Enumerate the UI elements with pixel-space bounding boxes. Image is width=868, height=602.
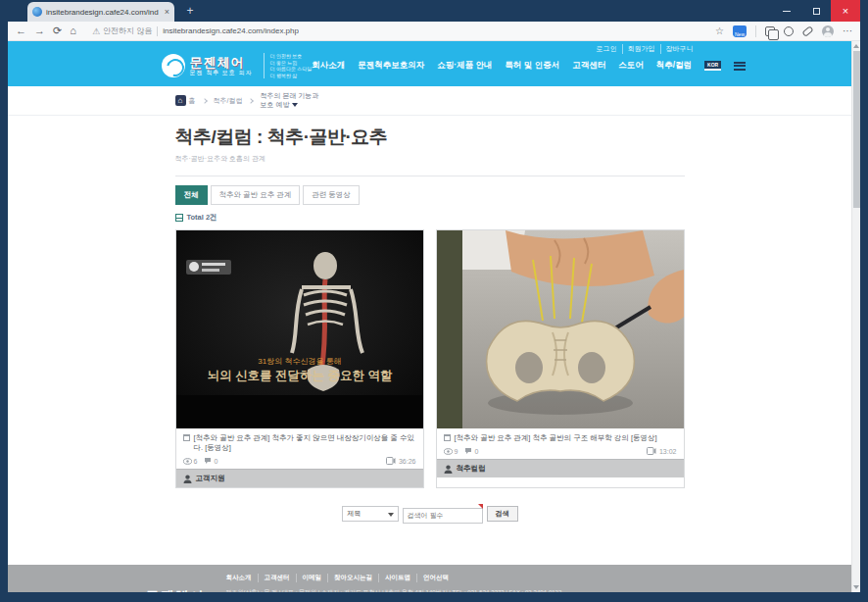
post-icon <box>183 434 190 441</box>
pelvis-bone <box>486 321 634 401</box>
scrollbar-down-arrow[interactable] <box>853 585 859 589</box>
breadcrumb-home[interactable]: ⌂ 홈 <box>175 95 196 106</box>
caret-down-icon <box>292 103 298 107</box>
chevron-right-icon <box>249 98 255 104</box>
footer-link-email[interactable]: 이메일 <box>296 574 328 582</box>
video-icon <box>647 447 656 455</box>
site-footer: 문젠체어 회사소개 고객센터 이메일 찾아오시는길 사이트맵 언어선택 제조원(… <box>8 565 851 592</box>
vertical-scrollbar[interactable] <box>851 41 860 592</box>
board-search: 제목 검색 <box>175 504 685 524</box>
comment-count: 0 <box>464 447 478 455</box>
warning-icon: ⚠ <box>92 26 100 36</box>
total-row: Total 2건 <box>175 213 685 223</box>
author-bar: 척추컬럼 <box>437 459 684 477</box>
tab-relation[interactable]: 척추와 골반 요추 관계 <box>211 185 301 205</box>
nav-chair[interactable]: 문젠척추보호의자 <box>358 60 424 72</box>
toolbar-divider <box>755 25 756 37</box>
nav-column[interactable]: 척추/컬럼 <box>656 60 692 72</box>
footer-link-language[interactable]: 언어선택 <box>416 574 455 582</box>
video-card[interactable]: 31쌍의 척수신경을 통해 뇌의 신호를 전달하는 중요한 역할 [척추와 골반… <box>175 229 424 488</box>
author-bar: 고객지원 <box>176 469 423 487</box>
card-body: [척추와 골반 요추 관계] 척추 골반의 구조 해부학 강의 [동영상] 9 … <box>437 428 684 459</box>
view-count: 6 <box>183 458 198 465</box>
more-menu-icon[interactable]: ··· <box>843 26 852 36</box>
collections-icon[interactable] <box>765 26 775 36</box>
profile-avatar[interactable] <box>822 25 834 37</box>
close-button[interactable]: × <box>831 0 860 22</box>
nav-support[interactable]: 고객센터 <box>572 60 605 72</box>
logo-taglines: 더 안전한 보호 더 좋은 느낌 더 아름다운 스타일 더 행복한 삶 <box>264 53 313 78</box>
maximize-button[interactable] <box>801 0 831 22</box>
security-warning-label: 안전하지 않음 <box>103 25 152 36</box>
scrollbar-up-arrow[interactable] <box>853 44 859 48</box>
nav-store[interactable]: 스토어 <box>618 60 644 72</box>
scrollbar-thumb[interactable] <box>853 51 860 208</box>
nav-company[interactable]: 회사소개 <box>312 60 345 72</box>
page-head: 척추/컬럼 : 척추·골반·요추 척추·골반·요추와 호흡의 관계 <box>175 116 685 176</box>
search-category-select[interactable]: 제목 <box>342 506 399 522</box>
video-card[interactable]: [척추와 골반 요추 관계] 척추 골반의 구조 해부학 강의 [동영상] 9 … <box>436 229 685 488</box>
breadcrumb-current[interactable]: 척추의 본래 기능과 보호 예방 <box>260 92 318 110</box>
address-bar[interactable]: ⚠ 안전하지 않음 insitebrandesign.cafe24.com/in… <box>92 25 707 36</box>
refresh-icon[interactable]: ⟳ <box>53 25 62 36</box>
author-name[interactable]: 척추컬럼 <box>457 464 486 474</box>
video-title[interactable]: [척추와 골반 요추 관계] 척추 골반의 구조 해부학 강의 [동영상] <box>455 433 657 443</box>
favorites-icon[interactable]: ☆ <box>715 26 724 36</box>
forward-icon[interactable]: → <box>34 25 45 36</box>
browser-window: insitebrandesign.cafe24.com/ind × + × ← … <box>8 0 860 592</box>
language-selector[interactable]: KOR <box>704 61 721 71</box>
thumb-caption-large: 뇌의 신호를 전달하는 중요한 역할 <box>207 369 392 382</box>
footer-link-support[interactable]: 고객센터 <box>258 574 296 582</box>
security-warning: ⚠ 안전하지 않음 <box>92 25 152 36</box>
browser-tab[interactable]: insitebrandesign.cafe24.com/ind × <box>27 2 174 22</box>
window-controls: × <box>772 0 860 22</box>
breadcrumb-bar: ⌂ 홈 척추/컬럼 척추의 본래 기능과 보호 예방 <box>8 86 851 116</box>
share-link-icon[interactable] <box>801 25 813 37</box>
video-title[interactable]: [척추와 골반 요추 관계] 척추가 좋지 않으면 내장장기이상을 줄 수있다.… <box>194 433 416 453</box>
logo-emblem-icon <box>162 54 185 77</box>
channel-badge <box>186 260 231 275</box>
site-logo[interactable]: 문젠체어 문젠 척추 보호 의자 더 안전한 보호 더 좋은 느낌 더 아름다운… <box>162 53 313 78</box>
breadcrumb: ⌂ 홈 척추/컬럼 척추의 본래 기능과 보호 예방 <box>175 92 685 110</box>
person-icon <box>183 475 192 483</box>
hamburger-menu-icon[interactable] <box>734 62 746 71</box>
footer-info: 회사소개 고객센터 이메일 찾아오시는길 사이트맵 언어선택 제조원(상호) :… <box>226 574 714 592</box>
browser-titlebar: insitebrandesign.cafe24.com/ind × + × <box>8 0 860 22</box>
nav-shopping[interactable]: 쇼핑·제품 안내 <box>437 60 492 72</box>
divider <box>175 176 685 176</box>
footer-logo: 문젠체어 <box>146 588 205 592</box>
nav-patents[interactable]: 특허 및 인증서 <box>506 60 560 72</box>
minimize-button[interactable] <box>772 0 801 22</box>
address-url: insitebrandesign.cafe24.com/index.php <box>163 26 299 35</box>
extensions-icon[interactable] <box>784 26 794 36</box>
browser-toolbar: ← → ⟳ ⌂ ⚠ 안전하지 않음 insitebrandesign.cafe2… <box>8 22 860 41</box>
tab-close-icon[interactable]: × <box>165 8 169 17</box>
tab-all[interactable]: 전체 <box>175 185 208 205</box>
toolbar-right-icons: ☆ New ··· <box>715 25 852 37</box>
video-icon <box>386 457 396 465</box>
stats-row: 6 0 36:26 <box>183 457 416 465</box>
back-icon[interactable]: ← <box>16 25 26 36</box>
footer-link-sitemap[interactable]: 사이트맵 <box>378 574 416 582</box>
footer-link-directions[interactable]: 찾아오시는길 <box>327 574 378 582</box>
search-button[interactable]: 검색 <box>487 506 518 522</box>
tab-videos[interactable]: 관련 동영상 <box>303 185 360 205</box>
footer-link-company[interactable]: 회사소개 <box>226 574 258 582</box>
video-thumbnail-pelvis[interactable] <box>437 230 684 428</box>
new-tab-button[interactable]: + <box>182 5 198 19</box>
comment-icon <box>204 457 212 465</box>
comment-icon <box>464 447 472 455</box>
search-input[interactable] <box>403 508 483 524</box>
sidebar-icon[interactable]: New <box>733 25 747 36</box>
tab-title: insitebrandesign.cafe24.com/ind <box>46 8 161 17</box>
address-separator <box>157 26 158 36</box>
eye-icon <box>183 458 192 465</box>
eye-icon <box>444 448 453 455</box>
home-icon[interactable]: ⌂ <box>70 25 76 36</box>
video-thumbnail-skeleton[interactable]: 31쌍의 척수신경을 통해 뇌의 신호를 전달하는 중요한 역할 <box>176 230 423 428</box>
main-navigation: 회사소개 문젠척추보호의자 쇼핑·제품 안내 특허 및 인증서 고객센터 스토어… <box>312 60 746 72</box>
thumb-caption-small: 31쌍의 척수신경을 통해 <box>258 357 341 366</box>
breadcrumb-category[interactable]: 척추/컬럼 <box>214 96 243 106</box>
post-icon <box>444 434 451 441</box>
author-name[interactable]: 고객지원 <box>196 474 225 483</box>
